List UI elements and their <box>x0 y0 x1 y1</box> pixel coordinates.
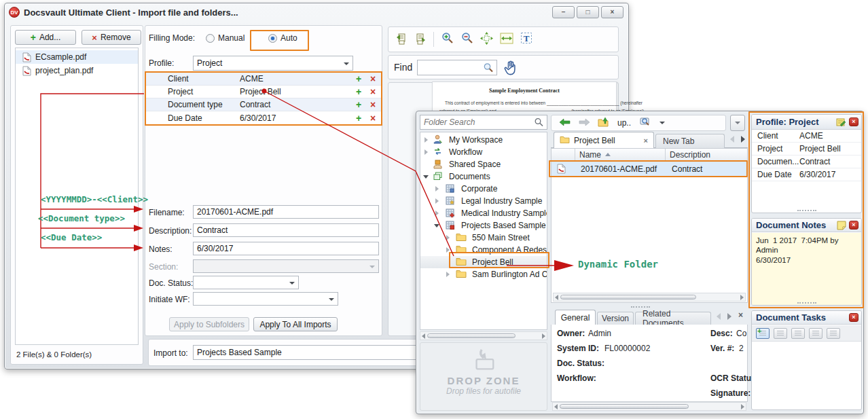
tree-item-medical-industry-sample[interactable]: Medical Industry Sample <box>420 207 547 219</box>
drop-zone[interactable]: DROP ZONE Drop files for autofile <box>420 342 547 411</box>
tree-item-legal-industry-sample[interactable]: Legal Industry Sample <box>420 195 547 207</box>
tree-horizontal-scrollbar[interactable] <box>420 331 547 340</box>
task-icon[interactable] <box>827 328 840 339</box>
preview-tool-icon[interactable] <box>639 117 651 130</box>
scroll-left-icon[interactable] <box>422 333 425 339</box>
manual-radio[interactable] <box>206 34 215 43</box>
file-row[interactable]: 20170601-ACME.pdf Contract <box>551 162 747 176</box>
table-row[interactable]: Project Project Bell +× <box>146 86 381 98</box>
profile-select[interactable]: Project <box>193 56 353 71</box>
apply-to-subfolders-button[interactable]: Apply to Subfolders <box>169 317 249 331</box>
tab-general[interactable]: General <box>555 310 596 325</box>
detail-tab-scroll-left-icon[interactable] <box>717 313 721 320</box>
fit-width-icon[interactable] <box>500 32 513 47</box>
up-button-label[interactable]: up.. <box>617 118 631 128</box>
table-row[interactable]: Document type Contract +× <box>146 98 381 111</box>
remove-value-icon[interactable]: × <box>365 113 381 124</box>
chevron-right-icon[interactable] <box>435 211 439 216</box>
scroll-right-icon[interactable] <box>741 404 744 409</box>
doc-status-select[interactable] <box>193 276 299 289</box>
panel-resize-grip[interactable] <box>797 210 816 211</box>
tree-item-component-a-redesign[interactable]: Component A Redesign <box>420 244 547 256</box>
panel-resize-grip[interactable] <box>797 302 816 304</box>
task-icon[interactable] <box>774 328 787 339</box>
remove-value-icon[interactable]: × <box>365 86 381 97</box>
fit-page-icon[interactable] <box>480 32 493 47</box>
splitter-grip[interactable] <box>631 306 650 308</box>
chevron-down-icon[interactable] <box>659 122 665 124</box>
add-value-icon[interactable]: + <box>352 113 365 124</box>
close-button[interactable]: × <box>601 6 623 18</box>
tree-item-shared-space[interactable]: Shared Space <box>420 158 547 170</box>
tree-item-sam-burlington-ad-camp[interactable]: Sam Burlington Ad Camp <box>420 268 547 280</box>
detail-tab-scroll-right-icon[interactable] <box>727 313 731 320</box>
properties-horizontal-scrollbar[interactable] <box>552 402 746 411</box>
tree-item-corporate[interactable]: Corporate <box>420 183 547 195</box>
forward-icon[interactable] <box>579 118 590 128</box>
tree-item-workflow[interactable]: Workflow <box>420 146 547 158</box>
add-value-icon[interactable]: + <box>352 86 365 97</box>
add-button[interactable]: + Add... <box>15 30 76 45</box>
remove-button[interactable]: × Remove <box>82 30 141 45</box>
tree-item-project-bell[interactable]: Project Bell <box>420 256 547 268</box>
file-list-horizontal-scrollbar[interactable] <box>553 293 746 302</box>
up-folder-icon[interactable] <box>598 117 609 129</box>
edit-profile-icon[interactable] <box>836 117 846 129</box>
text-select-icon[interactable]: T <box>520 32 533 47</box>
chevron-down-icon[interactable] <box>434 224 439 227</box>
remove-value-icon[interactable]: × <box>365 73 381 84</box>
zoom-out-icon[interactable] <box>460 32 473 47</box>
back-icon[interactable] <box>560 118 571 128</box>
maximize-button[interactable]: □ <box>577 6 599 18</box>
scrollbar-thumb[interactable] <box>560 404 689 409</box>
tree-item-my-workspace[interactable]: My Workspace <box>420 134 547 146</box>
chevron-right-icon[interactable] <box>435 186 439 192</box>
add-value-icon[interactable]: + <box>352 73 365 84</box>
description-field[interactable]: Contract <box>193 223 379 237</box>
table-row[interactable]: Client ACME +× <box>146 73 381 86</box>
tab-project-bell[interactable]: Project Bell × <box>554 132 654 148</box>
tree-item-projects-based-sample[interactable]: Projects Based Sample <box>420 219 547 232</box>
remove-value-icon[interactable]: × <box>365 99 381 110</box>
tab-new-tab[interactable]: New Tab <box>655 134 725 148</box>
tree-item-documents[interactable]: Documents <box>420 170 547 183</box>
scrollbar-thumb[interactable] <box>427 333 516 338</box>
chevron-right-icon[interactable] <box>446 272 450 277</box>
tab-version[interactable]: Version <box>597 312 634 325</box>
tab-scroll-left-icon[interactable] <box>730 136 734 143</box>
import-window-titlebar[interactable]: DV Docsvault Ultimate Client - Import fi… <box>5 3 628 21</box>
close-panel-icon[interactable]: × <box>849 117 858 126</box>
folder-search-text[interactable] <box>424 117 526 127</box>
prev-page-icon[interactable] <box>395 33 408 47</box>
pan-hand-icon[interactable] <box>503 58 519 78</box>
chevron-right-icon[interactable] <box>424 137 428 143</box>
notes-field[interactable]: 6/30/2017 <box>193 242 379 255</box>
apply-to-all-imports-button[interactable]: Apply To All Imports <box>253 317 338 331</box>
list-item[interactable]: project_plan.pdf <box>16 64 138 77</box>
column-header-description[interactable]: Description <box>666 150 747 160</box>
scroll-left-icon[interactable] <box>555 295 558 300</box>
add-value-icon[interactable]: + <box>352 99 365 110</box>
close-detail-pane-icon[interactable]: × <box>738 310 743 320</box>
scroll-right-icon[interactable] <box>542 333 545 339</box>
chevron-right-icon[interactable] <box>424 149 428 155</box>
minimize-button[interactable]: – <box>552 6 575 18</box>
manual-radio-label[interactable]: Manual <box>218 33 245 43</box>
tree-item-550-main-street[interactable]: 550 Main Street <box>420 232 547 244</box>
close-panel-icon[interactable]: × <box>849 221 858 230</box>
column-header-name[interactable]: Name <box>575 150 665 160</box>
close-panel-icon[interactable]: × <box>849 313 858 322</box>
initiate-wf-select[interactable] <box>193 292 338 306</box>
scroll-right-icon[interactable] <box>740 295 744 300</box>
chevron-right-icon[interactable] <box>446 235 450 240</box>
add-task-icon[interactable] <box>756 328 770 339</box>
address-dropdown-button[interactable] <box>730 115 745 131</box>
close-tab-icon[interactable]: × <box>644 136 648 145</box>
folder-search-input[interactable] <box>420 115 547 130</box>
chevron-right-icon[interactable] <box>446 247 450 253</box>
find-input[interactable] <box>417 60 497 75</box>
next-page-icon[interactable] <box>414 33 427 47</box>
scrollbar-thumb[interactable] <box>560 295 696 299</box>
auto-radio[interactable] <box>268 34 277 43</box>
scroll-left-icon[interactable] <box>554 404 558 409</box>
